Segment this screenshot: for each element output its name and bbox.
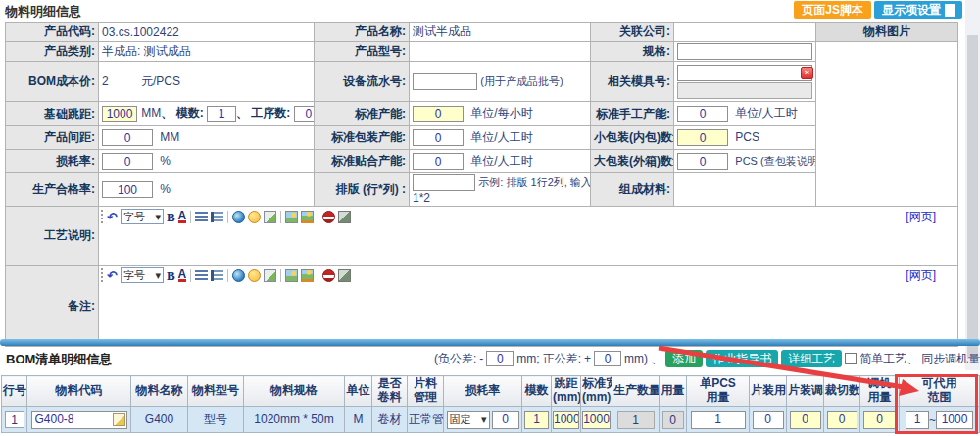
loss-input[interactable] [102,153,153,170]
mold-input[interactable] [677,65,812,81]
col-header-line-no: 行号 [2,376,27,407]
std-width-input[interactable] [582,411,611,429]
modulus-input[interactable] [207,106,236,122]
col-header-jump: 跳距(mm) [552,376,581,407]
std-manual-input[interactable] [677,106,728,122]
edit-html-icon[interactable] [264,211,276,223]
scrollbar-thumb[interactable] [967,35,978,359]
work-instruction-button[interactable]: 作业指导书 [706,350,778,367]
font-color-button[interactable]: A [178,211,187,223]
font-size-select[interactable]: 字号▾ [121,267,164,283]
vertical-scrollbar[interactable] [965,0,980,370]
page-js-script-button[interactable]: 页面JS脚本 [794,1,871,19]
bom-cost-value: 2 [102,74,109,88]
substitute-max-input[interactable] [936,411,973,429]
std-pack-input[interactable] [413,129,464,146]
clean-icon[interactable] [338,269,351,282]
edit-html-icon[interactable] [264,269,276,282]
bold-button[interactable]: B [167,211,175,223]
neg-tolerance-input[interactable] [486,351,514,366]
display-settings-checkbox[interactable] [945,4,955,17]
loss-mode-select[interactable]: 固定▾ [447,411,490,429]
loss-rate-cell: 固定▾ [444,407,522,433]
col-header-prod-qty: 生产数量 [612,376,660,407]
add-button[interactable]: 添加 [665,350,703,367]
jump-input[interactable] [553,411,579,429]
gap-label: 产品间距: [6,126,99,150]
substitute-min-input[interactable] [906,411,929,429]
align-icon[interactable] [195,212,208,222]
webpage-link[interactable]: [网页] [906,267,936,284]
pass-rate-input[interactable] [102,181,153,198]
process-desc-editor[interactable] [99,226,957,264]
insert-image-icon[interactable] [285,269,298,282]
sheet-usage-input[interactable] [753,411,784,429]
simple-process-checkbox[interactable] [845,353,857,364]
modulus-input[interactable] [524,411,549,429]
composition-value [674,173,816,207]
loss-rate-input[interactable] [492,411,519,429]
device-serial-label: 设备流水号: [315,62,410,102]
inner-pack-input[interactable] [677,129,728,146]
outer-pack-input[interactable] [677,153,728,170]
detail-process-button[interactable]: 详细工艺 [781,350,842,367]
remark-label: 备注: [6,266,99,347]
bold-button[interactable]: B [167,269,175,282]
outer-pack-unit: PCS (查包装说明) [735,155,815,167]
undo-icon[interactable]: ↶ [107,269,118,282]
remark-editor[interactable] [99,285,957,345]
remove-format-icon[interactable] [322,211,335,223]
std-fit-input[interactable] [413,153,464,170]
col-header-unit: 单位 [345,376,372,407]
col-header-per-pcs-usage: 单PCS用量 [687,376,750,407]
list-icon[interactable] [211,270,223,281]
layout-input[interactable] [413,174,475,191]
related-company-label: 关联公司: [591,23,674,42]
font-color-button[interactable]: A [178,269,187,282]
col-header-material-name: 物料名称 [131,376,188,407]
insert-image-icon[interactable] [285,211,298,223]
align-icon[interactable] [195,270,208,281]
emoticon-icon[interactable] [248,269,261,282]
material-detail-page: 物料明细信息 页面JS脚本 显示项设置 产品代码: 03.cs.1002422 … [0,0,980,436]
emoticon-icon[interactable] [248,211,261,223]
bom-header-row: 行号 物料代码 物料名称 物料型号 物料规格 单位 是否卷料 片料管理 损耗率 … [2,376,980,407]
spec-input[interactable] [677,43,812,60]
font-size-select[interactable]: 字号▾ [121,209,164,224]
display-settings-button[interactable]: 显示项设置 [874,1,962,19]
per-pcs-usage-input[interactable] [691,411,746,429]
upload-image-icon[interactable] [301,211,314,223]
gap-unit: MM [160,130,179,144]
col-header-adjust-usage: 调机用量 [860,376,900,407]
remove-format-icon[interactable] [322,269,335,282]
col-header-usage: 用量 [660,376,687,407]
pos-sign: + [584,352,591,365]
clear-mold-icon[interactable]: × [801,67,813,79]
loss-label: 损耗率: [6,150,99,173]
undo-icon[interactable]: ↶ [107,211,118,223]
device-serial-input[interactable] [413,73,477,90]
base-jump-input[interactable] [102,106,137,122]
std-capacity-input[interactable] [413,106,464,122]
insert-link-globe-icon[interactable] [232,269,245,282]
list-icon[interactable] [211,212,223,222]
process-count-input[interactable] [294,106,315,122]
insert-link-globe-icon[interactable] [232,211,245,223]
mold-readonly-area [677,82,812,99]
substitute-range-cell: ~ [900,407,980,433]
gap-input[interactable] [102,129,153,146]
col-header-cut-count: 裁切数 [824,376,860,407]
sheet-adjust-input[interactable] [790,411,821,429]
cut-count-input[interactable] [827,411,858,429]
std-manual-label: 标准手工产能: [591,102,674,126]
section-divider-bar [0,339,980,346]
webpage-link[interactable]: [网页] [906,209,936,225]
material-lookup-icon[interactable] [113,413,125,426]
toolbar-separator [190,269,191,282]
tilde-separator: ~ [929,412,936,426]
pos-tolerance-input[interactable] [594,351,621,366]
adjust-usage-input[interactable] [863,411,897,429]
std-capacity-label: 标准产能: [315,102,410,126]
upload-image-icon[interactable] [301,269,314,282]
clean-icon[interactable] [338,211,351,223]
